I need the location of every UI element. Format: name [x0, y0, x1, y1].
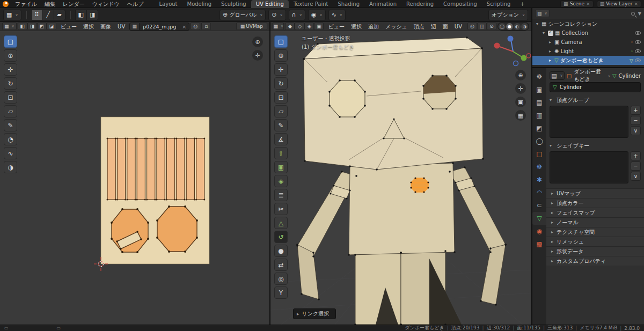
collection-checkbox[interactable]	[548, 31, 553, 36]
uv-tool-button[interactable]: ✛	[4, 63, 17, 76]
viewport-menu-item[interactable]: 選択	[348, 22, 365, 31]
outliner-row[interactable]: ▸ ▣ Camera ◦	[532, 38, 644, 47]
select-mode-button[interactable]: ⠿	[31, 10, 43, 20]
properties-tab[interactable]: ◩	[532, 122, 546, 135]
expand-toggle[interactable]: ▾	[541, 31, 546, 35]
image-browse-icon[interactable]: ▦	[130, 23, 140, 30]
data-name-input[interactable]	[560, 84, 638, 90]
remove-button[interactable]: −	[631, 116, 641, 125]
filter-icon[interactable]: ▼	[638, 11, 641, 16]
overlay-toggle-button[interactable]: ◎	[467, 23, 477, 30]
proportional-editing-dropdown[interactable]: ◉	[308, 10, 326, 20]
viewport-tool-button[interactable]: ≣	[274, 189, 288, 201]
mode-selector[interactable]: ▦	[3, 10, 21, 20]
select-mode-button[interactable]: ▰	[54, 10, 65, 20]
uv-menu-item[interactable]: 画像	[97, 22, 114, 31]
shading-mode-button[interactable]: ◯	[499, 23, 506, 30]
viewport-editor-type-button[interactable]: ▦	[273, 23, 284, 30]
pivot-dropdown[interactable]: ⊙	[268, 10, 286, 20]
viewport-menu-item[interactable]: 頂点	[411, 22, 428, 31]
overlay-toggle-button[interactable]: ⊙	[487, 23, 496, 30]
expand-toggle[interactable]: ▸	[547, 40, 553, 45]
image-selector[interactable]: ▦ p0224_m.jpg ×	[129, 23, 189, 31]
properties-tab[interactable]: ☸	[532, 70, 546, 83]
visibility-toggle-button[interactable]: ◧	[75, 10, 87, 20]
panel-header[interactable]: ▾ 頂点グループ	[550, 96, 641, 104]
panel-header[interactable]: ▾ シェイプキー	[550, 142, 641, 150]
uv-menu-item[interactable]: UV	[114, 22, 128, 31]
uvmap-selector[interactable]: ▦ UVMap	[236, 23, 267, 30]
viewport-mode-button[interactable]: ◆	[285, 23, 295, 30]
visibility-toggle-button[interactable]: ◨	[86, 10, 98, 20]
hide-toggle-eye-icon[interactable]	[635, 49, 641, 53]
uv-tool-button[interactable]: ▱	[4, 105, 17, 117]
collapsed-panel-header[interactable]: ▸ カスタムプロパティ	[546, 256, 644, 266]
properties-tab[interactable]: ◯	[532, 135, 546, 148]
viewport-tool-button[interactable]: ↻	[274, 77, 288, 90]
properties-tab[interactable]: ✱	[532, 173, 546, 186]
select-mode-button[interactable]: ╱	[42, 10, 54, 20]
viewport-nav-icon[interactable]: ▦	[515, 110, 526, 121]
uv-tool-button[interactable]: ⊡	[4, 91, 17, 104]
breadcrumb-object-name[interactable]: ダンボー君もどき	[574, 68, 606, 83]
pan-hand-icon[interactable]: ✛	[252, 50, 263, 61]
viewport-mode-button[interactable]: ▣	[314, 23, 324, 30]
viewport-tool-button[interactable]: ◎	[274, 273, 288, 285]
image-pin-button[interactable]: ◎	[191, 23, 200, 30]
uv-tool-button[interactable]: ↻	[4, 77, 17, 90]
uv-editor-type-button[interactable]: ▦	[2, 23, 17, 30]
uv-menu-item[interactable]: ビュー	[57, 22, 80, 31]
viewport-tool-button[interactable]: △	[274, 217, 288, 229]
viewport-nav-icon[interactable]: ▣	[515, 97, 526, 107]
workspace-tab[interactable]: Animation	[364, 0, 401, 8]
workspace-tab[interactable]: Shading	[333, 0, 364, 8]
add-button[interactable]: +	[631, 106, 641, 115]
menu-item[interactable]: ヘルプ	[123, 0, 148, 8]
overlay-toggle-button[interactable]: ◫	[477, 23, 487, 30]
collapsed-panel-header[interactable]: ▸ 形状データ	[546, 246, 644, 256]
falloff-dropdown[interactable]: ∿	[328, 10, 346, 20]
menu-item[interactable]: ウィンドウ	[89, 0, 123, 8]
workspace-tab[interactable]: Scripting	[482, 0, 515, 8]
workspace-tab[interactable]: Modeling	[182, 0, 217, 8]
workspace-tab[interactable]: Rendering	[401, 0, 438, 8]
properties-tab[interactable]: ◉	[532, 225, 546, 238]
properties-tab[interactable]: □	[532, 148, 546, 160]
collapsed-panel-header[interactable]: ▸ フェイスマップ	[546, 208, 644, 217]
outliner-row[interactable]: ▾ ▦ Collection	[532, 28, 644, 38]
collapsed-panel-header[interactable]: ▸ ノーマル	[546, 217, 644, 227]
uv-menu-item[interactable]: 選択	[80, 22, 97, 31]
workspace-tab[interactable]: Compositing	[438, 0, 482, 8]
uv-tool-button[interactable]: ∿	[4, 147, 17, 159]
viewport-tool-button[interactable]: ⇄	[274, 259, 288, 271]
workspace-tab[interactable]: +	[515, 0, 529, 8]
options-dropdown[interactable]: オプション	[488, 10, 528, 20]
viewport-mode-button[interactable]: ◇	[295, 23, 304, 30]
hide-toggle-eye-icon[interactable]	[635, 31, 641, 35]
specials-dropdown[interactable]: ∨	[631, 172, 641, 181]
viewport-tool-button[interactable]: ↺	[274, 231, 288, 243]
collapsed-panel-header[interactable]: ▸ テクスチャ空間	[546, 227, 644, 237]
uv-tool-button[interactable]: ⊕	[4, 49, 17, 62]
viewport-tool-button[interactable]: ●	[274, 245, 288, 257]
shading-mode-button[interactable]: ◐	[514, 23, 521, 30]
orientation-dropdown[interactable]: ⊕ グローバル	[219, 10, 266, 20]
viewport-tool-button[interactable]: ▢	[274, 35, 288, 48]
viewport-menu-item[interactable]: メッシュ	[382, 22, 411, 31]
scene-unlink-icon[interactable]: ×	[586, 1, 590, 6]
viewport-tool-button[interactable]: ⇧	[274, 147, 288, 159]
properties-tab[interactable]: ◠	[532, 186, 546, 199]
viewport-nav-icon[interactable]: ⊕	[515, 70, 526, 80]
viewport-tool-button[interactable]: ◈	[274, 175, 288, 187]
outliner-row[interactable]: ▾ ▦ シーンコレクション	[532, 19, 644, 28]
properties-editor-type-button[interactable]: ▤	[550, 71, 565, 80]
snap-dropdown[interactable]: ∩	[289, 10, 305, 20]
properties-tab[interactable]: ▥	[532, 109, 546, 122]
uv-select-mode-button[interactable]: ◧	[18, 23, 27, 30]
collapsed-panel-header[interactable]: ▸ UVマップ	[546, 188, 644, 198]
uv-tool-button[interactable]: ◔	[4, 133, 17, 145]
breadcrumb-data-name[interactable]: Cylinder	[619, 73, 641, 79]
outliner-row[interactable]: ▸ ▽ ダンボー君もどき ▽	[532, 56, 644, 65]
hide-toggle-eye-icon[interactable]	[635, 40, 641, 44]
viewport-tool-button[interactable]: ✛	[274, 63, 288, 76]
